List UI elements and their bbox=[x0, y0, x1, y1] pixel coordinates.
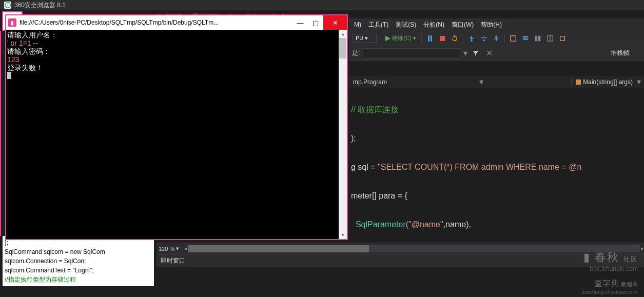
menu-m[interactable]: M) bbox=[351, 20, 364, 29]
code-text: ,name), bbox=[443, 220, 471, 229]
menu-analyze[interactable]: 分析(N) bbox=[420, 19, 447, 30]
scroll-up-arrow[interactable]: ▴ bbox=[339, 30, 347, 38]
menu-tools[interactable]: 工具(T) bbox=[365, 19, 392, 30]
toolbar-icon[interactable] bbox=[545, 33, 555, 44]
immediate-window: 即时窗口 bbox=[157, 254, 644, 297]
svg-rect-7 bbox=[522, 38, 528, 40]
toolbar-separator bbox=[504, 34, 505, 43]
stack-frame-label: 堆栈帧: bbox=[611, 49, 631, 57]
editor-status-bar: 120 % ▾ ◂ ▸ bbox=[157, 243, 644, 254]
process-dropdown[interactable] bbox=[363, 48, 460, 58]
console-output[interactable]: 请输入用户名： ' or 1=1 -- 请输入密码： 123 登录失败！ bbox=[6, 30, 339, 239]
scroll-down-arrow[interactable]: ▾ bbox=[339, 231, 347, 239]
svg-rect-6 bbox=[522, 36, 528, 37]
vs-toolbar: PU ▾ 继续(C) ▾ bbox=[349, 31, 644, 46]
svg-point-4 bbox=[495, 35, 497, 37]
maximize-button[interactable]: ▢ bbox=[308, 15, 323, 30]
vs-menu-bar: M) 工具(T) 测试(S) 分析(N) 窗口(W) 帮助(H) bbox=[349, 18, 644, 31]
console-titlebar[interactable]: ▮ file:///C:/Users/0nise-PC/Desktop/SQLT… bbox=[6, 15, 347, 30]
browser-favicon bbox=[4, 2, 11, 9]
svg-point-3 bbox=[483, 39, 485, 41]
console-title-text: file:///C:/Users/0nise-PC/Desktop/SQLTmp… bbox=[19, 19, 292, 26]
pause-button[interactable] bbox=[425, 33, 435, 44]
background-code: }; SqlCommand sqlcom = new SqlCom sqlcom… bbox=[3, 236, 154, 286]
zoom-dropdown[interactable]: 120 % ▾ bbox=[157, 245, 181, 252]
toolbar-icon[interactable] bbox=[557, 33, 568, 44]
process-label: 是: bbox=[352, 49, 360, 57]
toolbar-separator bbox=[380, 34, 380, 43]
code-comment: // 取据库连接 bbox=[351, 105, 399, 114]
immediate-window-title: 即时窗口 bbox=[157, 254, 644, 267]
menu-window[interactable]: 窗口(W) bbox=[448, 19, 477, 30]
menu-test[interactable]: 测试(S) bbox=[393, 19, 419, 30]
browser-tab-strip: 360安全浏览器 8.1 bbox=[0, 0, 644, 10]
console-body: 请输入用户名： ' or 1=1 -- 请输入密码： 123 登录失败！ ▴ ▾ bbox=[6, 30, 347, 239]
filter-icon[interactable] bbox=[471, 48, 481, 58]
svg-rect-8 bbox=[535, 35, 537, 41]
svg-rect-9 bbox=[538, 35, 540, 41]
stop-button[interactable] bbox=[437, 33, 447, 44]
editor-nav-bar: mp.Program ▾ Main(string[] args) ▾ bbox=[349, 76, 644, 88]
toolbar-separator bbox=[421, 34, 422, 43]
horizontal-scrollbar[interactable] bbox=[188, 245, 640, 252]
text-cursor bbox=[7, 72, 11, 79]
svg-point-2 bbox=[471, 39, 473, 42]
console-vertical-scrollbar[interactable]: ▴ ▾ bbox=[339, 30, 347, 239]
step-over-button[interactable] bbox=[479, 33, 489, 44]
toolbar-icon[interactable] bbox=[520, 33, 531, 44]
code-type: SqlParameter bbox=[356, 220, 406, 229]
toolbar-separator bbox=[463, 34, 463, 43]
vs-toolbar-2: 是: ▾ ✕ 堆栈帧: bbox=[349, 46, 644, 61]
console-window: ▮ file:///C:/Users/0nise-PC/Desktop/SQLT… bbox=[5, 14, 348, 240]
minimize-button[interactable]: — bbox=[292, 15, 308, 30]
method-icon bbox=[576, 80, 581, 85]
menu-help[interactable]: 帮助(H) bbox=[478, 19, 505, 30]
code-text: ("@name" bbox=[406, 220, 443, 229]
console-app-icon: ▮ bbox=[8, 18, 16, 27]
step-out-button[interactable] bbox=[491, 33, 501, 44]
code-text: ); bbox=[351, 134, 356, 143]
toolbar-icon[interactable] bbox=[508, 33, 518, 44]
left-border bbox=[0, 31, 1, 236]
svg-point-1 bbox=[7, 4, 9, 6]
code-text: g sql = "SELECT COUNT(*) FROM admin WHER… bbox=[351, 163, 581, 171]
toolbar-icon[interactable] bbox=[533, 33, 543, 44]
clear-icon[interactable]: ✕ bbox=[484, 48, 494, 58]
nav-class-dropdown[interactable]: mp.Program bbox=[349, 78, 391, 86]
continue-button[interactable]: 继续(C) ▾ bbox=[383, 33, 418, 43]
scroll-right-arrow[interactable]: ▸ bbox=[641, 245, 644, 252]
code-text: meter[] para = { bbox=[351, 191, 407, 200]
svg-rect-5 bbox=[510, 35, 516, 41]
browser-title: 360安全浏览器 8.1 bbox=[14, 1, 66, 10]
step-into-button[interactable] bbox=[466, 33, 477, 44]
nav-method-dropdown[interactable]: Main(string[] args) bbox=[571, 78, 637, 86]
code-editor[interactable]: // 取据库连接 ); g sql = "SELECT COUNT(*) FRO… bbox=[349, 88, 644, 241]
scroll-left-arrow[interactable]: ◂ bbox=[184, 245, 187, 252]
close-button[interactable]: ✕ bbox=[323, 15, 347, 30]
restart-button[interactable] bbox=[450, 33, 460, 44]
cpu-dropdown[interactable]: PU ▾ bbox=[352, 34, 377, 43]
